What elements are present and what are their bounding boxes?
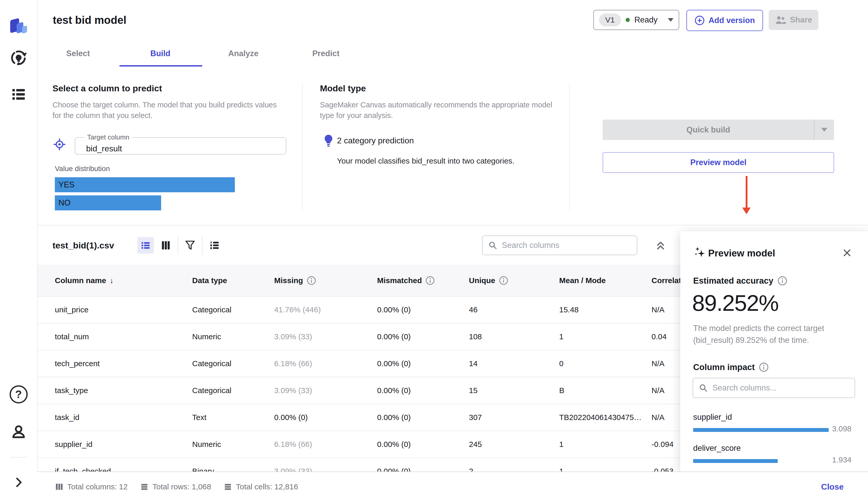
cell-missing: 3.09% (33)	[274, 467, 312, 471]
version-badge: V1	[599, 13, 621, 26]
numbered-list-icon[interactable]	[208, 237, 221, 254]
people-icon	[775, 15, 786, 25]
cell-missing: 3.09% (33)	[274, 332, 312, 341]
cell-mismatched: 0.00% (0)	[377, 332, 411, 341]
preview-model-button[interactable]: Preview model	[603, 152, 834, 173]
cell-correlation: -0.094	[652, 440, 673, 449]
cell-column-name: unit_price	[55, 305, 88, 314]
help-icon[interactable]: ?	[10, 385, 28, 403]
status-dot-icon	[626, 18, 630, 22]
columns-search-input[interactable]	[501, 241, 631, 250]
cell-column-name: tech_percent	[55, 359, 100, 368]
cell-mean-mode: 1	[559, 440, 564, 449]
impact-column-name: supplier_id	[693, 413, 732, 422]
cell-unique: 307	[469, 413, 482, 422]
share-button[interactable]: Share	[769, 10, 818, 30]
impact-search-input[interactable]	[712, 383, 849, 393]
tab-predict[interactable]: Predict	[312, 40, 339, 66]
cell-unique: 14	[469, 359, 477, 368]
lightbulb-icon	[323, 134, 334, 147]
canvas-logo-icon[interactable]	[6, 9, 31, 34]
info-icon[interactable]	[759, 362, 769, 372]
section-divider	[302, 83, 303, 210]
account-icon[interactable]	[10, 423, 27, 440]
quick-build-button[interactable]: Quick build	[603, 119, 834, 140]
models-nav-icon[interactable]	[9, 49, 28, 67]
cell-column-name: supplier_id	[55, 440, 92, 449]
cell-data-type: Binary	[192, 467, 214, 471]
add-version-label: Add version	[708, 16, 755, 25]
sort-descending-icon[interactable]: ↓	[110, 276, 113, 285]
tab-analyze[interactable]: Analyze	[228, 40, 258, 66]
filter-icon[interactable]	[183, 237, 197, 254]
quick-build-label: Quick build	[603, 125, 814, 135]
page-header: test bid model V1 Ready Add version	[37, 0, 868, 41]
target-column-value: bid_result	[78, 143, 283, 153]
cell-data-type: Numeric	[192, 332, 221, 341]
cell-mean-mode: 0	[559, 359, 564, 368]
panel-title: Preview model	[708, 248, 775, 259]
cell-mismatched: 0.00% (0)	[377, 359, 411, 368]
columns-icon	[55, 482, 64, 491]
close-button[interactable]: Close	[821, 482, 844, 492]
quick-build-dropdown[interactable]	[814, 119, 834, 140]
impact-value: 1.934	[832, 456, 851, 464]
sidebar-divider	[10, 457, 27, 458]
cell-unique: 108	[469, 332, 482, 341]
target-section-heading: Select a column to predict	[53, 83, 162, 93]
cells-icon	[224, 482, 232, 491]
estimated-accuracy-label: Estimated accuracy	[693, 276, 787, 286]
target-section-description: Choose the target column. The model that…	[53, 100, 286, 121]
info-icon[interactable]	[778, 276, 787, 286]
cell-column-name: task_id	[55, 413, 79, 422]
accuracy-description: The model predicts the correct target (b…	[693, 322, 843, 346]
dataset-filename: test_bid(1).csv	[53, 241, 114, 250]
status-text: Ready	[634, 15, 658, 24]
cell-data-type: Categorical	[192, 359, 231, 368]
expand-sidebar-icon[interactable]	[12, 476, 25, 489]
sparkles-icon	[694, 246, 706, 258]
table-footer: Total columns: 12 Total rows: 1,068 Tota…	[37, 471, 868, 501]
impact-search	[693, 378, 855, 398]
list-view-icon[interactable]	[137, 237, 154, 254]
column-header-mismatched[interactable]: Mismatched	[377, 265, 435, 296]
recommended-model-type: 2 category prediction	[337, 136, 414, 146]
cell-mismatched: 0.00% (0)	[377, 440, 411, 449]
info-icon[interactable]	[307, 276, 316, 285]
distribution-bar-yes: YES	[55, 177, 235, 192]
add-version-button[interactable]: Add version	[686, 10, 763, 31]
value-distribution-label: Value distribution	[55, 164, 110, 173]
column-header-mean-mode[interactable]: Mean / Mode	[559, 265, 606, 296]
column-header-type[interactable]: Data type	[192, 265, 227, 296]
tab-select[interactable]: Select	[66, 40, 90, 66]
target-column-field[interactable]: Target column bid_result	[75, 133, 286, 154]
cell-unique: 245	[469, 440, 482, 449]
datasets-nav-icon[interactable]	[10, 86, 27, 103]
page-title: test bid model	[53, 14, 127, 26]
info-icon[interactable]	[425, 276, 435, 285]
cell-correlation: N/A	[652, 359, 664, 368]
plus-circle-icon	[694, 15, 705, 25]
impact-bar	[693, 428, 829, 432]
cell-mismatched: 0.00% (0)	[377, 467, 411, 471]
collapse-panel-icon[interactable]	[655, 240, 666, 251]
grid-view-icon[interactable]	[159, 237, 173, 254]
tab-build[interactable]: Build	[150, 40, 171, 66]
model-type-heading: Model type	[320, 83, 366, 93]
info-icon[interactable]	[499, 276, 508, 285]
column-header-name[interactable]: Column name ↓	[55, 265, 113, 296]
column-header-missing[interactable]: Missing	[274, 265, 316, 296]
columns-search	[482, 235, 637, 255]
rows-icon	[140, 482, 149, 491]
close-icon[interactable]	[842, 248, 852, 258]
total-rows-stat: Total rows: 1,068	[140, 482, 211, 491]
search-icon	[488, 241, 497, 250]
chevron-down-icon	[668, 18, 673, 22]
version-selector[interactable]: V1 Ready	[593, 10, 679, 30]
column-header-unique[interactable]: Unique	[469, 265, 508, 296]
total-cells-stat: Total cells: 12,816	[224, 482, 298, 491]
cell-mismatched: 0.00% (0)	[377, 305, 411, 314]
cell-missing: 3.09% (33)	[274, 386, 312, 395]
cell-correlation: N/A	[652, 386, 664, 395]
section-divider	[569, 83, 569, 210]
